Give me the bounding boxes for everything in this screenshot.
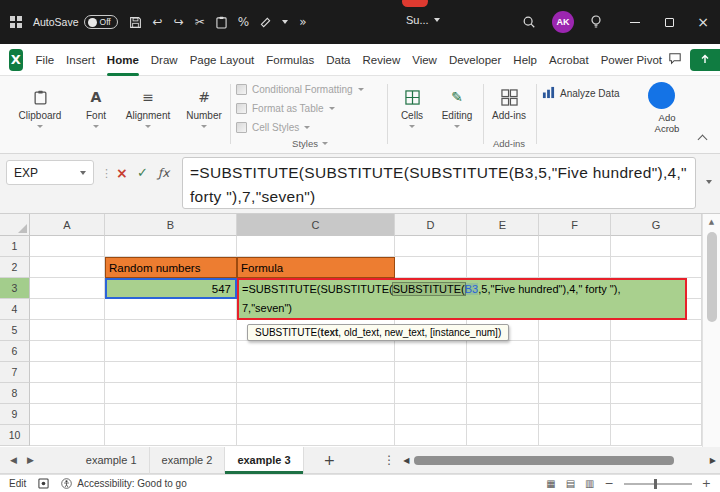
grid-cell[interactable] — [611, 320, 702, 341]
insert-function-icon[interactable]: ƒx — [158, 166, 169, 180]
sheet-tab-example-1[interactable]: example 1 — [74, 447, 150, 474]
grid-cell[interactable] — [539, 362, 611, 383]
grid-cell[interactable] — [467, 257, 539, 278]
zoom-in-icon[interactable]: + — [702, 477, 711, 490]
cells-group-button[interactable]: Cells — [390, 81, 434, 145]
grid-cell[interactable] — [467, 341, 539, 362]
grid-cell[interactable] — [539, 383, 611, 404]
grid-cell[interactable] — [105, 425, 237, 446]
collapse-ribbon-icon[interactable] — [698, 135, 708, 145]
cell-c2[interactable]: Formula — [237, 257, 395, 278]
grid-cell[interactable] — [467, 362, 539, 383]
grid-cell[interactable] — [539, 404, 611, 425]
formula-bar-expand-icon[interactable] — [706, 180, 712, 184]
formula-input[interactable]: =SUBSTITUTE(SUBSTITUTE(SUBSTITUTE(B3,5,"… — [182, 157, 696, 209]
grid-cell[interactable] — [105, 320, 237, 341]
share-button[interactable] — [690, 49, 720, 71]
cut-icon[interactable]: ✂ — [195, 15, 205, 29]
minimize-button[interactable] — [618, 0, 652, 44]
grid-cell[interactable] — [30, 362, 105, 383]
grid-cell[interactable] — [611, 236, 702, 257]
row-header-7[interactable]: 7 — [0, 362, 30, 383]
zoom-slider[interactable] — [624, 479, 692, 489]
column-header-g[interactable]: G — [611, 214, 702, 236]
row-header-4[interactable]: 4 — [0, 299, 30, 320]
analyze-data-button[interactable]: Analyze Data — [542, 86, 619, 101]
horizontal-scrollbar[interactable]: ◀ ▶ — [403, 455, 716, 466]
zoom-slider-thumb[interactable] — [654, 479, 657, 489]
row-header-9[interactable]: 9 — [0, 404, 30, 425]
grid-cell[interactable] — [467, 383, 539, 404]
column-header-e[interactable]: E — [467, 214, 539, 236]
column-header-a[interactable]: A — [30, 214, 105, 236]
styles-group-label[interactable]: Styles — [236, 138, 384, 149]
grid-cell[interactable] — [395, 341, 467, 362]
paste-icon[interactable] — [216, 16, 227, 29]
cell-styles-button[interactable]: Cell Styles — [236, 118, 384, 137]
conditional-formatting-button[interactable]: Conditional Formatting — [236, 80, 384, 99]
grid-cell[interactable] — [237, 236, 395, 257]
qat-overflow-icon[interactable]: » — [299, 15, 306, 29]
cell-b2[interactable]: Random numbers — [105, 257, 237, 278]
sheet-nav-right-icon[interactable]: ▶ — [27, 455, 34, 465]
row-header-1[interactable]: 1 — [0, 236, 30, 257]
horizontal-scrollbar-thumb[interactable] — [414, 456, 673, 465]
grid-cell[interactable] — [395, 425, 467, 446]
menu-tab-file[interactable]: File — [30, 44, 61, 76]
close-button[interactable]: × — [686, 0, 720, 44]
grid-cell[interactable] — [611, 425, 702, 446]
grid-cell[interactable] — [105, 299, 237, 320]
zoom-out-icon[interactable]: − — [605, 477, 614, 490]
menu-tab-insert[interactable]: Insert — [60, 44, 101, 76]
sheet-options-icon[interactable]: ⋮ — [383, 453, 395, 467]
grid-cell[interactable] — [30, 257, 105, 278]
grid-cell[interactable] — [611, 404, 702, 425]
enter-icon[interactable]: ✓ — [137, 165, 148, 180]
sheet-tab-example-3[interactable]: example 3 — [225, 447, 303, 474]
menu-tab-developer[interactable]: Developer — [443, 44, 507, 76]
grid-cell[interactable] — [105, 362, 237, 383]
undo-icon[interactable]: ↩ — [153, 15, 163, 29]
row-header-8[interactable]: 8 — [0, 383, 30, 404]
menu-tab-formulas[interactable]: Formulas — [260, 44, 320, 76]
grid-cell[interactable] — [30, 236, 105, 257]
grid-cell[interactable] — [395, 236, 467, 257]
grid-cell[interactable] — [395, 362, 467, 383]
grid-cell[interactable] — [467, 425, 539, 446]
grid-cell[interactable] — [105, 341, 237, 362]
comments-icon[interactable] — [668, 51, 682, 69]
page-break-view-icon[interactable]: ▥ — [585, 478, 594, 489]
save-icon[interactable] — [129, 16, 142, 29]
chevron-down-icon[interactable] — [282, 20, 288, 24]
add-sheet-button[interactable]: + — [324, 452, 336, 468]
autosave-control[interactable]: AutoSave Off — [33, 15, 118, 29]
grid-cell[interactable] — [611, 383, 702, 404]
cell-c3-editing[interactable]: =SUBSTITUTE(SUBSTITUTE(SUBSTITUTE(B3,5,"… — [237, 278, 687, 320]
row-header-3[interactable]: 3 — [0, 278, 30, 299]
name-box[interactable]: EXP — [6, 160, 94, 185]
page-layout-view-icon[interactable]: ▤ — [566, 478, 575, 489]
grid-cell[interactable] — [539, 425, 611, 446]
percent-style-icon[interactable]: % — [238, 15, 249, 29]
menu-tab-help[interactable]: Help — [507, 44, 543, 76]
grid-cell[interactable] — [105, 236, 237, 257]
font-group-button[interactable]: A Font — [70, 81, 122, 145]
grid-cell[interactable] — [539, 236, 611, 257]
app-menu-icon[interactable] — [10, 16, 22, 28]
grid-cell[interactable] — [395, 404, 467, 425]
name-box-dropdown-icon[interactable] — [80, 171, 86, 175]
format-painter-icon[interactable] — [260, 17, 271, 28]
vertical-scrollbar-thumb[interactable] — [707, 232, 717, 322]
add-ins-button[interactable]: Add-ins — [486, 81, 532, 145]
grid-cell[interactable] — [30, 299, 105, 320]
grid-cell[interactable] — [611, 341, 702, 362]
menu-tab-home[interactable]: Home — [101, 44, 145, 76]
grid-cell[interactable] — [30, 341, 105, 362]
row-header-5[interactable]: 5 — [0, 320, 30, 341]
excel-logo[interactable]: X — [9, 49, 23, 71]
cell-b3[interactable]: 547 — [105, 278, 237, 299]
grid-cell[interactable] — [30, 404, 105, 425]
grid-cell[interactable] — [237, 425, 395, 446]
scroll-right-icon[interactable]: ▶ — [710, 456, 716, 465]
acrobat-icon[interactable] — [648, 82, 675, 109]
